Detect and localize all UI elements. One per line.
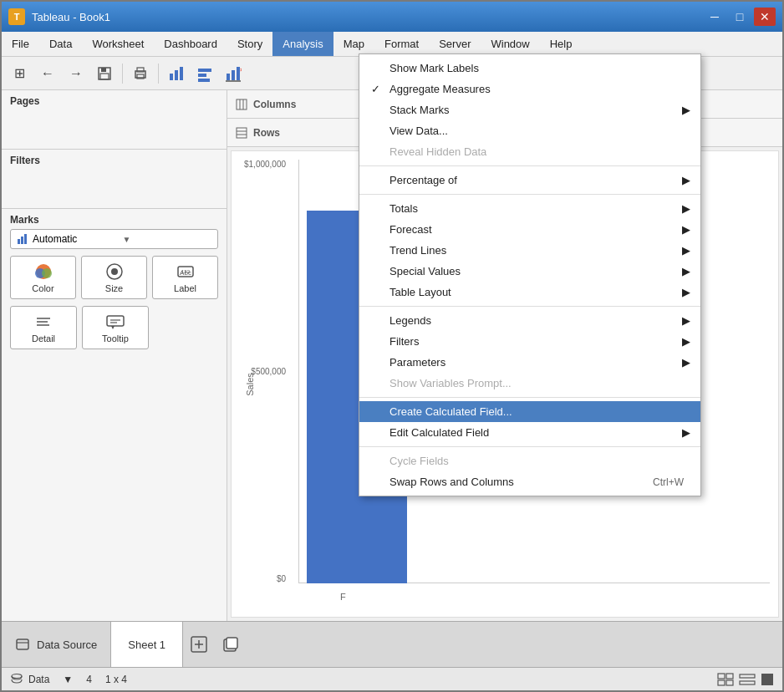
separator-2 (359, 194, 700, 195)
stack-marks-submenu-icon: ▶ (682, 104, 690, 116)
close-button[interactable]: ✕ (754, 8, 776, 26)
percentage-submenu-icon: ▶ (682, 174, 690, 186)
svg-rect-13 (232, 70, 235, 80)
toolbar-home-button[interactable]: ⊞ (7, 62, 32, 85)
analysis-dropdown-menu: Show Mark Labels ✓ Aggregate Measures St… (359, 53, 701, 496)
status-bar: Data ▼ 4 1 x 4 (2, 667, 782, 690)
sheet1-label: Sheet 1 (128, 639, 165, 651)
svg-rect-35 (237, 99, 247, 109)
svg-point-24 (111, 268, 118, 275)
toolbar-chart2-button[interactable] (192, 62, 217, 85)
separator-4 (359, 397, 700, 398)
menu-swap-rows-columns[interactable]: Swap Rows and Columns Ctrl+W (359, 471, 700, 492)
detail-icon (32, 312, 55, 332)
app-icon: T (8, 8, 25, 25)
svg-rect-49 (718, 674, 725, 679)
marks-tooltip-button[interactable]: Tooltip (82, 306, 149, 349)
status-rows: 4 (86, 674, 92, 685)
minimize-button[interactable]: ─ (704, 8, 725, 26)
svg-rect-54 (740, 681, 755, 684)
svg-rect-47 (227, 638, 237, 649)
filters-content (10, 170, 218, 203)
menu-server[interactable]: Server (429, 32, 481, 56)
marks-detail-button[interactable]: Detail (10, 306, 77, 349)
menu-format[interactable]: Format (374, 32, 429, 56)
status-db: Data (10, 673, 49, 686)
add-sheet-button[interactable] (186, 632, 211, 657)
marks-grid-row2: Detail (10, 306, 218, 349)
sheet1-tab[interactable]: Sheet 1 (111, 622, 183, 667)
menu-create-calculated-field[interactable]: Create Calculated Field... (359, 401, 700, 422)
menu-forecast[interactable]: Forecast ▶ (359, 219, 700, 240)
menu-analysis[interactable]: Analysis (272, 32, 333, 56)
duplicate-sheet-button[interactable] (218, 632, 243, 657)
menu-swap-rows-columns-label: Swap Rows and Columns (389, 476, 514, 488)
toolbar-forward-button[interactable]: → (64, 62, 89, 85)
svg-rect-17 (18, 239, 20, 244)
menu-show-variables-prompt: Show Variables Prompt... (359, 373, 700, 394)
svg-rect-52 (726, 680, 733, 685)
maximize-button[interactable]: □ (729, 8, 751, 26)
toolbar-print-button[interactable] (128, 62, 153, 85)
toolbar-chart3-button[interactable]: × (221, 62, 246, 85)
svg-rect-31 (107, 316, 124, 326)
menu-edit-calculated-field[interactable]: Edit Calculated Field ▶ (359, 422, 700, 443)
rows-label: Rows (236, 127, 280, 139)
menu-show-mark-labels[interactable]: Show Mark Labels (359, 58, 700, 79)
menu-data[interactable]: Data (39, 32, 82, 56)
svg-rect-41 (17, 639, 28, 649)
svg-rect-11 (198, 79, 210, 82)
marks-type-dropdown[interactable]: Automatic ▼ (10, 229, 218, 249)
separator-1 (359, 165, 700, 166)
menu-table-layout[interactable]: Table Layout ▶ (359, 282, 700, 303)
marks-grid: Color Size (10, 256, 218, 299)
detail-view-icon (761, 673, 774, 686)
menu-aggregate-measures[interactable]: ✓ Aggregate Measures (359, 79, 700, 99)
toolbar-chart1-button[interactable] (164, 62, 189, 85)
svg-rect-10 (198, 74, 206, 77)
marks-tooltip-label: Tooltip (102, 333, 129, 343)
menu-filters[interactable]: Filters ▶ (359, 331, 700, 352)
svg-rect-51 (718, 680, 725, 685)
menu-story[interactable]: Story (227, 32, 272, 56)
menu-stack-marks[interactable]: Stack Marks ▶ (359, 99, 700, 120)
toolbar-back-button[interactable]: ← (35, 62, 60, 85)
menu-dashboard[interactable]: Dashboard (154, 32, 227, 56)
edit-calculated-field-submenu-icon: ▶ (682, 426, 690, 439)
datasource-label: Data Source (37, 639, 97, 651)
menu-window[interactable]: Window (481, 32, 539, 56)
menu-trend-lines[interactable]: Trend Lines ▶ (359, 240, 700, 261)
filters-submenu-icon: ▶ (682, 335, 690, 348)
color-icon (32, 262, 55, 282)
menu-percentage-of[interactable]: Percentage of ▶ (359, 170, 700, 191)
marks-size-button[interactable]: Size (81, 256, 147, 299)
trend-lines-submenu-icon: ▶ (682, 244, 690, 257)
svg-rect-8 (180, 67, 183, 80)
separator-3 (359, 306, 700, 307)
menu-show-variables-prompt-label: Show Variables Prompt... (389, 377, 512, 389)
datasource-tab[interactable]: Data Source (2, 622, 111, 667)
marks-label-button[interactable]: Abc 123 Label (152, 256, 218, 299)
bottom-bar: Data Source Sheet 1 (2, 621, 782, 667)
parameters-submenu-icon: ▶ (682, 356, 690, 369)
menu-totals-label: Totals (389, 202, 418, 215)
filters-section: Filters (2, 150, 227, 209)
marks-size-label: Size (105, 283, 123, 293)
menu-trend-lines-label: Trend Lines (389, 244, 446, 257)
toolbar-save-button[interactable] (92, 62, 117, 85)
menu-parameters[interactable]: Parameters ▶ (359, 352, 700, 373)
menu-totals[interactable]: Totals ▶ (359, 198, 700, 219)
menu-legends-label: Legends (389, 314, 431, 327)
menu-reveal-hidden-data-label: Reveal Hidden Data (389, 145, 486, 158)
menu-view-data[interactable]: View Data... (359, 120, 700, 141)
menu-legends[interactable]: Legends ▶ (359, 310, 700, 331)
menu-percentage-of-label: Percentage of (389, 174, 457, 186)
svg-rect-50 (726, 674, 733, 679)
menu-file[interactable]: File (2, 32, 39, 56)
menu-special-values[interactable]: Special Values ▶ (359, 261, 700, 282)
menu-help[interactable]: Help (540, 32, 583, 56)
menu-worksheet[interactable]: Worksheet (82, 32, 154, 56)
marks-color-button[interactable]: Color (10, 256, 76, 299)
y-label-2: $500,000 (251, 367, 286, 376)
menu-map[interactable]: Map (333, 32, 374, 56)
